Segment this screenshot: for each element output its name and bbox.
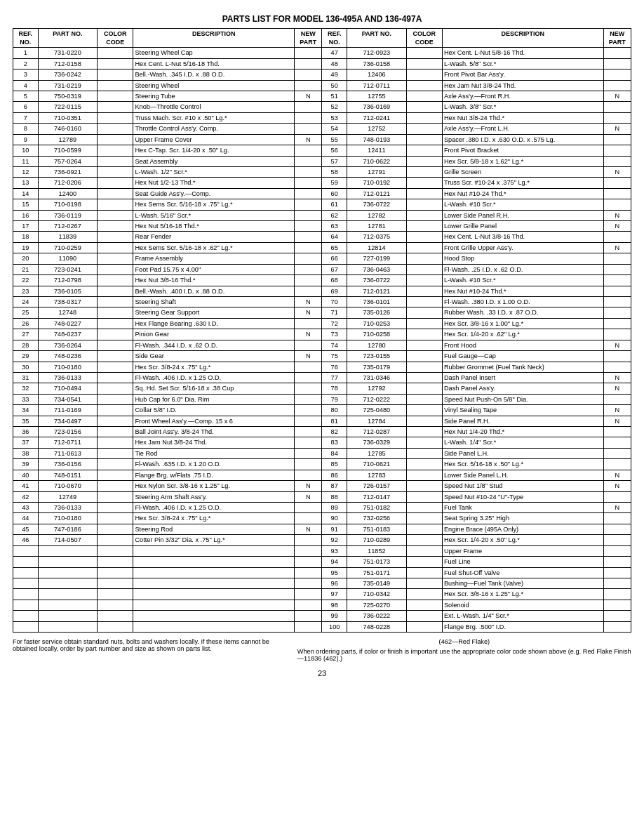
table-row: 2712-0158Hex Cent. L-Nut 5/16-18 Thd.487…: [13, 58, 631, 69]
table-row: 31736-0133Fl-Wash. .406 I.D. x 1.25 O.D.…: [13, 372, 631, 383]
table-row: 39736-0156Fl-Wash. .635 I.D. x 1.20 O.D.…: [13, 459, 631, 470]
table-row: 38711-0613Tie Rod8412785Side Panel L.H.: [13, 448, 631, 458]
table-row: 1412400Seat Guide Ass'y.—Comp.60712-0121…: [13, 188, 631, 199]
table-row: 99736-0222Ext. L-Wash. 1/4" Scr.*: [13, 611, 631, 621]
table-row: 10710-0599Hex C-Tap. Scr. 1/4-20 x .50" …: [13, 145, 631, 156]
page-number: 23: [13, 669, 631, 677]
table-row: 3736-0242Bell.-Wash. .345 I.D. x .88 O.D…: [13, 70, 631, 80]
header-part-no2: PART NO.: [347, 29, 406, 48]
footer-right-body: When ordering parts, if color or finish …: [297, 648, 631, 662]
table-row: 95751-0171Fuel Shut-Off Valve: [13, 567, 631, 578]
table-row: 37712-0711Hex Jam Nut 3/8-24 Thd.83736-0…: [13, 437, 631, 448]
table-row: 30710-0180Hex Scr. 3/8-24 x .75" Lg.*767…: [13, 362, 631, 372]
table-row: 45747-0186Steering RodN91751-0183Engine …: [13, 524, 631, 534]
table-row: 33734-0541Hub Cap for 6.0" Dia. Rim79712…: [13, 394, 631, 404]
table-row: 2011090Frame Assembly66727-0199Hood Stop: [13, 253, 631, 264]
table-row: 7710-0351Truss Mach. Scr. #10 x .50" Lg.…: [13, 112, 631, 123]
table-row: 35734-0497Front Wheel Ass'y.—Comp. 15 x …: [13, 416, 631, 426]
table-row: 24738-0317Steering ShaftN70736-0101Fl-Wa…: [13, 296, 631, 307]
table-row: 96735-0149Bushing—Fuel Tank (Valve): [13, 578, 631, 588]
header-ref-no2: REF. NO.: [322, 29, 347, 48]
table-row: 15710-0198Hex Sems Scr. 5/16-18 x .75" L…: [13, 199, 631, 210]
header-color-code2: COLOR CODE: [406, 29, 442, 48]
table-row: 26748-0227Hex Flange Bearing .630 I.D.72…: [13, 318, 631, 329]
table-row: 2512748Steering Gear SupportN71735-0126R…: [13, 307, 631, 318]
table-row: 5750-0319Steering TubeN5112755Axle Ass'y…: [13, 91, 631, 101]
header-description2: DESCRIPTION: [442, 29, 603, 48]
table-row: 23736-0105Bell.-Wash. .400 I.D. x .88 O.…: [13, 286, 631, 296]
page-title: PARTS LIST FOR MODEL 136-495A AND 136-49…: [13, 14, 631, 24]
header-new-part2: NEW PART: [603, 29, 631, 48]
table-row: 1731-0220Steering Wheel Cap47712-0923Hex…: [13, 48, 631, 58]
table-row: 27748-0237Pinion GearN73710-0258Hex Scr.…: [13, 329, 631, 340]
table-row: 13712-0206Hex Nut 1/2-13 Thd.*59710-0192…: [13, 178, 631, 188]
header-color-code: COLOR CODE: [98, 29, 133, 48]
table-row: 912789Upper Frame CoverN55748-0193Spacer…: [13, 134, 631, 145]
header-ref-no: REF. NO.: [13, 29, 39, 48]
table-row: 36723-0156Ball Joint Ass'y. 3/8-24 Thd.8…: [13, 427, 631, 437]
table-row: 9311852Upper Frame: [13, 545, 631, 556]
header-description: DESCRIPTION: [133, 29, 295, 48]
table-row: 12736-0921L-Wash. 1/2" Scr.*5812791Grill…: [13, 166, 631, 177]
table-row: 46714-0507Cotter Pin 3/32" Dia. x .75" L…: [13, 535, 631, 545]
table-row: 40748-0151Flange Brg. w/Flats .75 I.D.86…: [13, 470, 631, 480]
table-row: 11757-0264Seat Assembly57710-0622Hex Scr…: [13, 156, 631, 166]
table-row: 17712-0267Hex Nut 5/16-18 Thd.*6312781Lo…: [13, 221, 631, 232]
table-row: 29748-0236Side GearN75723-0155Fuel Gauge…: [13, 351, 631, 362]
color-code-note: (462—Red Flake): [297, 638, 631, 645]
table-row: 32710-0494Sq. Hd. Set Scr. 5/16-18 x .38…: [13, 383, 631, 394]
table-row: 4731-0219Steering Wheel50712-0711Hex Jam…: [13, 80, 631, 91]
table-row: 1811839Rear Fender64712-0375Hex Cent. L-…: [13, 232, 631, 242]
table-row: 22712-0798Hex Nut 3/8-16 Thd.*68736-0722…: [13, 275, 631, 286]
footer-left-text: For faster service obtain standard nuts,…: [13, 638, 285, 662]
table-row: 94751-0173Fuel Line: [13, 557, 631, 567]
table-row: 19710-0259Hex Sems Scr. 5/16-18 x .62" L…: [13, 242, 631, 253]
footer-section: For faster service obtain standard nuts,…: [13, 638, 631, 662]
table-row: 6722-0115Knob—Throttle Control52736-0169…: [13, 102, 631, 112]
header-new-part: NEW PART: [295, 29, 322, 48]
table-row: 41710-0670Hex Nylon Scr. 3/8-16 x 1.25" …: [13, 481, 631, 491]
table-row: 98725-0270Solenoid: [13, 600, 631, 610]
table-row: 34711-0169Collar 5/8" I.D.80725-0480Viny…: [13, 405, 631, 416]
table-row: 43736-0133Fl-Wash. .406 I.D. x 1.25 O.D.…: [13, 503, 631, 513]
header-part-no: PART NO.: [38, 29, 98, 48]
table-row: 97710-0342Hex Scr. 3/8-16 x 1.25" Lg.*: [13, 589, 631, 600]
table-row: 4212749Steering Arm Shaft Ass'y.N88712-0…: [13, 491, 631, 502]
table-row: 8746-0160Throttle Control Ass'y. Comp.54…: [13, 124, 631, 134]
parts-table: REF. NO. PART NO. COLOR CODE DESCRIPTION…: [13, 28, 631, 633]
table-row: 28736-0264Fl-Wash. .344 I.D. x .62 O.D.7…: [13, 340, 631, 350]
table-row: 21723-0241Foot Pad 15.75 x 4.00"67736-04…: [13, 264, 631, 274]
table-row: 44710-0180Hex Scr. 3/8-24 x .75" Lg.*907…: [13, 513, 631, 524]
table-row: 100748-0228Flange Brg. .500" I.D.: [13, 621, 631, 632]
footer-right-text: (462—Red Flake) When ordering parts, if …: [297, 638, 631, 662]
table-row: 16736-0119L-Wash. 5/16" Scr.*6212782Lowe…: [13, 210, 631, 220]
